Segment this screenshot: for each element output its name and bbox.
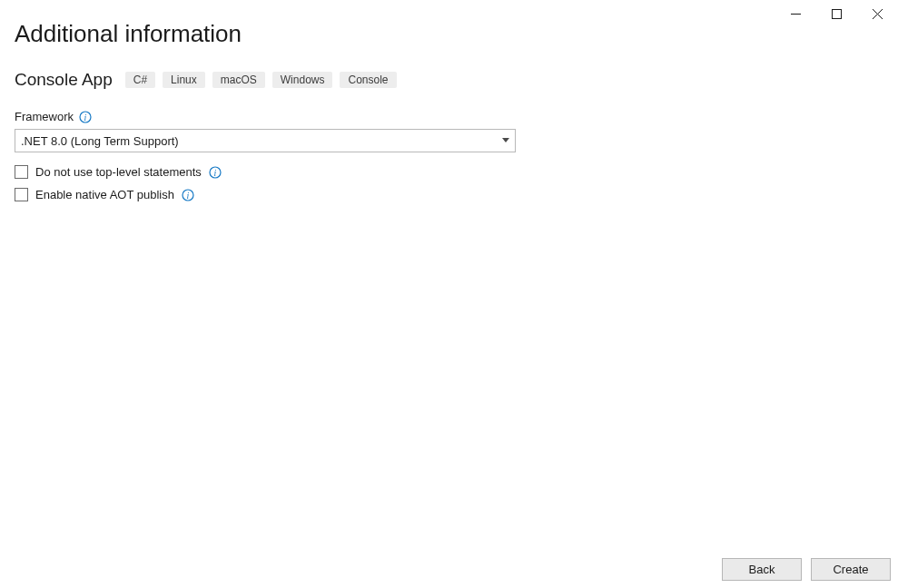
subtitle-row: Console App C# Linux macOS Windows Conso… <box>15 70 883 90</box>
info-icon[interactable]: i <box>79 111 92 123</box>
content-area: Additional information Console App C# Li… <box>0 0 898 201</box>
svg-text:i: i <box>187 190 190 200</box>
framework-selected-value: .NET 8.0 (Long Term Support) <box>21 134 179 148</box>
tag-windows[interactable]: Windows <box>272 72 333 88</box>
minimize-button[interactable] <box>775 0 816 27</box>
tag-linux[interactable]: Linux <box>163 72 205 88</box>
tag-macos[interactable]: macOS <box>212 72 265 88</box>
native-aot-label: Enable native AOT publish <box>35 188 174 201</box>
chevron-down-icon <box>502 138 509 143</box>
maximize-button[interactable] <box>816 0 857 27</box>
close-icon <box>873 9 883 19</box>
info-icon[interactable]: i <box>182 189 194 201</box>
project-type-subtitle: Console App <box>15 70 113 90</box>
info-icon[interactable]: i <box>209 166 222 179</box>
tag-console[interactable]: Console <box>340 72 396 88</box>
page-title: Additional information <box>15 20 883 48</box>
svg-text:i: i <box>84 112 87 122</box>
svg-marker-6 <box>502 138 509 142</box>
svg-rect-1 <box>833 9 842 18</box>
framework-field: Framework i .NET 8.0 (Long Term Support)… <box>15 110 516 201</box>
top-level-statements-option: Do not use top-level statements i <box>15 165 516 179</box>
close-button[interactable] <box>857 0 898 27</box>
tag-list: C# Linux macOS Windows Console <box>125 72 397 88</box>
window-controls <box>775 0 898 27</box>
tag-csharp[interactable]: C# <box>125 72 155 88</box>
native-aot-checkbox[interactable] <box>15 188 28 201</box>
create-button[interactable]: Create <box>811 558 891 581</box>
top-level-statements-checkbox[interactable] <box>15 165 28 179</box>
framework-select[interactable]: .NET 8.0 (Long Term Support) <box>15 129 516 152</box>
back-button[interactable]: Back <box>722 558 802 581</box>
maximize-icon <box>832 9 842 19</box>
framework-label: Framework <box>15 110 74 123</box>
footer-buttons: Back Create <box>722 558 891 581</box>
native-aot-option: Enable native AOT publish i <box>15 188 516 201</box>
svg-text:i: i <box>213 167 216 177</box>
top-level-statements-label: Do not use top-level statements <box>35 165 202 179</box>
minimize-icon <box>791 9 801 19</box>
